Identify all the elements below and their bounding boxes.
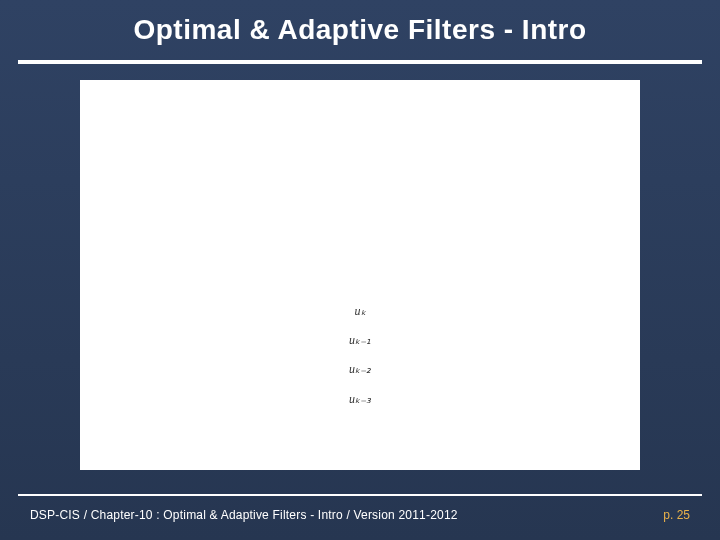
footer-breadcrumb: DSP-CIS / Chapter-10 : Optimal & Adaptiv… [30,508,458,522]
signal-u-k-1: uₖ₋₁ [340,334,380,347]
footer-sep-2: / [346,508,353,522]
page-number: p. 25 [663,508,690,522]
signal-labels-group: uₖ uₖ₋₁ uₖ₋₂ uₖ₋₃ [340,305,380,422]
footer-rule [18,494,702,496]
title-underline [18,60,702,64]
footer: DSP-CIS / Chapter-10 : Optimal & Adaptiv… [30,508,690,522]
content-area: uₖ uₖ₋₁ uₖ₋₂ uₖ₋₃ [80,80,640,470]
signal-u-k-2: uₖ₋₂ [340,363,380,376]
footer-course: DSP-CIS [30,508,80,522]
footer-version: Version 2011-2012 [354,508,458,522]
footer-chapter: Chapter-10 : Optimal & Adaptive Filters … [91,508,343,522]
signal-u-k: uₖ [340,305,380,318]
slide-title: Optimal & Adaptive Filters - Intro [0,14,720,46]
footer-sep-1: / [84,508,91,522]
signal-u-k-3: uₖ₋₃ [340,393,380,406]
